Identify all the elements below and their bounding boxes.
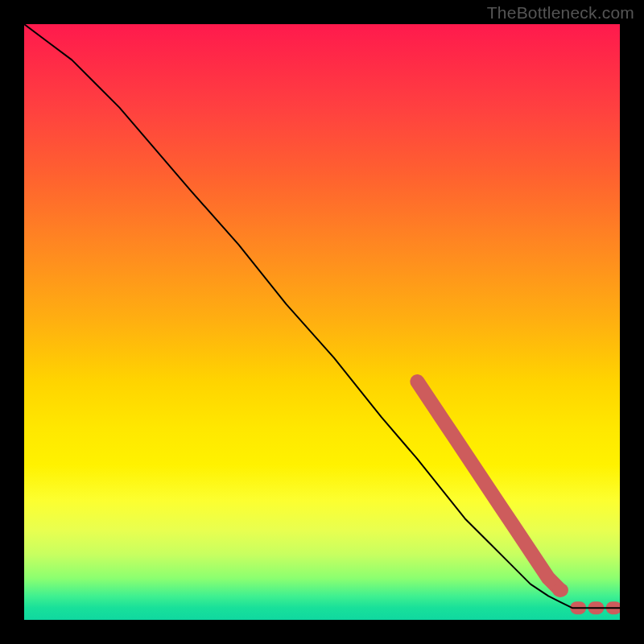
marker-dot	[552, 584, 568, 597]
curve-line	[24, 24, 620, 608]
chart-svg	[24, 24, 620, 620]
plot-area	[24, 24, 620, 620]
watermark-text: TheBottleneck.com	[487, 3, 634, 23]
chart-frame: TheBottleneck.com	[0, 0, 644, 644]
